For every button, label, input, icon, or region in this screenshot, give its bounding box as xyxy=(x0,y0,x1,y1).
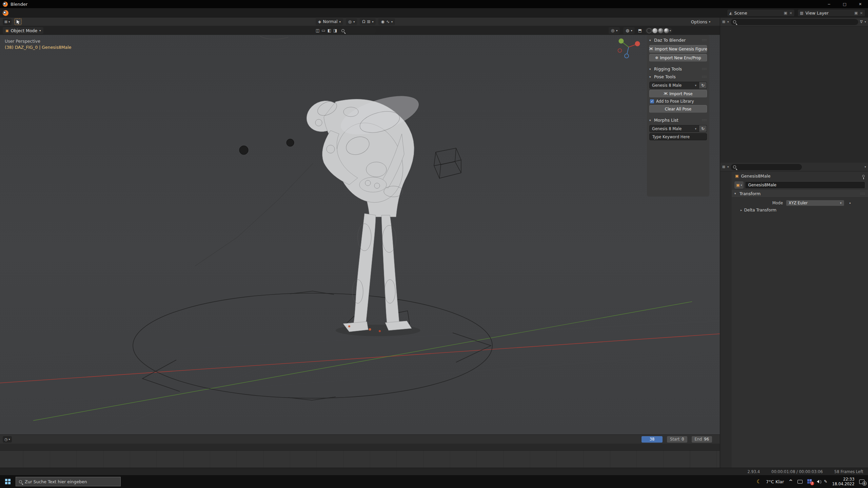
editor-type-button[interactable]: ⊞ ▾ xyxy=(3,19,12,25)
start-button[interactable] xyxy=(0,475,16,488)
wireframe-cube-object[interactable] xyxy=(434,148,461,178)
breadcrumb-object-name[interactable]: Genesis8Male xyxy=(741,174,770,179)
end-frame-field[interactable]: End96 xyxy=(692,436,712,443)
grip-icon[interactable]: :::: xyxy=(860,192,865,195)
taskbar-clock[interactable]: 22:33 18.04.2022 xyxy=(832,477,854,486)
wireframe-shading-icon[interactable] xyxy=(647,28,652,33)
timeline-editor-type-button[interactable]: ◷ ▾ xyxy=(3,436,12,443)
grip-icon[interactable]: :::: xyxy=(702,39,707,42)
delta-transform-row[interactable]: ▸ Delta Transform xyxy=(732,206,868,214)
chevron-down-icon[interactable]: ▾ xyxy=(727,165,729,168)
selectability-toggle-icon[interactable]: ▭ xyxy=(321,28,325,33)
chevron-down-icon[interactable]: ▾ xyxy=(865,20,866,23)
properties-search-field[interactable] xyxy=(731,164,802,170)
filter-toggle-icon[interactable]: ◧ xyxy=(328,28,331,33)
pin-icon[interactable] xyxy=(862,175,865,177)
volume-icon[interactable] xyxy=(817,480,819,483)
panel-header-morphs-list[interactable]: ▾ Morphs List :::: xyxy=(649,116,708,124)
timeline-ruler[interactable] xyxy=(0,444,720,451)
add-to-pose-library-checkbox[interactable]: ✓ Add to Pose Library xyxy=(650,99,706,104)
pen-icon[interactable]: ✎ xyxy=(824,479,827,484)
solid-shading-icon[interactable] xyxy=(652,28,657,33)
taskbar-search-field[interactable]: Zur Suche Text hier eingeben xyxy=(16,477,121,486)
panel-header-pose-tools[interactable]: ▾ Pose Tools :::: xyxy=(649,73,708,81)
animate-dot-icon[interactable]: • xyxy=(849,201,851,205)
editor-type-icon[interactable]: ⊞ xyxy=(722,20,725,24)
active-tool-button[interactable] xyxy=(14,18,22,25)
mode-dropdown[interactable]: ▣ Object Mode ▾ xyxy=(3,27,43,34)
window-controls: ─□✕ xyxy=(821,0,868,8)
xray-toggle-icon[interactable]: ⬒ xyxy=(638,28,642,33)
updates-tray-icon[interactable]: 2 xyxy=(807,479,812,484)
remove-view-layer-icon[interactable]: × xyxy=(860,11,863,15)
scene-sphere-object[interactable] xyxy=(239,146,248,155)
import-genesis-figure-button[interactable]: Ж Import New Genesis Figure xyxy=(649,45,707,53)
refresh-morphs-button[interactable]: ↻ xyxy=(699,125,707,132)
pivot-point-dropdown[interactable]: ◎ ▾ xyxy=(346,18,357,25)
gizmo-dropdown[interactable]: ◎▾ xyxy=(609,27,620,34)
rotation-mode-dropdown[interactable]: XYZ Euler ▾ xyxy=(786,200,844,206)
morph-keyword-input[interactable]: Type Keyword Here xyxy=(649,133,707,140)
options-button[interactable]: Options ▾ xyxy=(691,19,710,24)
grip-icon[interactable]: :::: xyxy=(702,75,707,78)
clear-all-pose-button[interactable]: Clear All Pose xyxy=(649,105,707,113)
view-layer-selector[interactable]: ▥ View Layer ▣ × xyxy=(797,9,865,17)
magnet-icon: Ω xyxy=(362,19,365,24)
scene-viewlayer-group: ◭ Scene ▣ × ▥ View Layer ▣ × xyxy=(727,9,865,17)
maximize-button[interactable]: □ xyxy=(837,0,852,8)
chevron-down-icon[interactable]: ▾ xyxy=(865,165,866,168)
scene-name: Scene xyxy=(734,11,782,16)
genesis8male-figure[interactable] xyxy=(301,88,423,332)
navigation-gizmo[interactable] xyxy=(616,35,641,59)
object-id-dropdown[interactable]: ▣ ▾ xyxy=(734,181,744,189)
grip-icon[interactable]: :::: xyxy=(702,119,707,122)
scene-sphere-object[interactable] xyxy=(287,139,294,146)
object-icon: ▣ xyxy=(735,174,738,178)
visibility-toggle-icon[interactable]: ◫ xyxy=(316,28,319,33)
panel-title: Daz To Blender xyxy=(654,38,686,43)
figure-icon: Ж xyxy=(649,47,653,51)
snapping-dropdown[interactable]: Ω ⊞ ▾ xyxy=(360,18,376,25)
transform-orientation-dropdown[interactable]: ◈ Normal ▾ xyxy=(316,18,343,25)
weather-moon-icon[interactable]: ☾ xyxy=(756,479,761,485)
timecode: 00:00:01:08 / 00:00:03:06 xyxy=(771,469,823,474)
timeline-tracks[interactable]: ▸ xyxy=(0,451,720,468)
overlays-dropdown[interactable]: ◍▾ xyxy=(623,27,635,34)
panel-header-rigging-tools[interactable]: ▾ Rigging Tools :::: xyxy=(649,65,708,73)
chevron-down-icon: ▾ xyxy=(649,75,652,79)
blender-menu-icon[interactable] xyxy=(3,10,8,16)
display-tray-icon[interactable] xyxy=(797,480,803,484)
object-name-field[interactable]: Genesis8Male xyxy=(745,181,865,189)
chevron-down-icon[interactable]: ▾ xyxy=(727,20,729,23)
proportional-editing-dropdown[interactable]: ◉ ∿ ▾ xyxy=(378,18,395,25)
notification-center-icon[interactable]: 6 xyxy=(859,480,865,484)
import-env-prop-button[interactable]: ⊕ Import New Env/Prop xyxy=(649,54,707,62)
panel-header-daz[interactable]: ▾ Daz To Blender :::: xyxy=(649,36,708,44)
new-scene-icon[interactable]: ▣ xyxy=(784,11,787,15)
transform-panel-header[interactable]: ▾ Transform :::: xyxy=(732,190,868,198)
collection-toggle-icon[interactable]: ◨ xyxy=(333,28,337,33)
start-frame-field[interactable]: Start0 xyxy=(667,436,687,443)
material-shading-icon[interactable] xyxy=(658,28,663,33)
close-button[interactable]: ✕ xyxy=(852,0,868,8)
new-view-layer-icon[interactable]: ▣ xyxy=(854,11,857,15)
minimize-button[interactable]: ─ xyxy=(821,0,837,8)
rendered-shading-icon[interactable] xyxy=(664,28,669,33)
morphs-figure-select[interactable]: Genesis 8 Male ▾ xyxy=(649,125,699,132)
viewport-header: ▣ Object Mode ▾ ◫ ▭ ◧ ◨ ◎▾ ◍▾ ⬒ ▾ xyxy=(0,26,720,35)
grip-icon[interactable]: :::: xyxy=(702,67,707,70)
viewport-search-field[interactable] xyxy=(339,27,376,34)
editor-type-icon[interactable]: ⊞ xyxy=(722,165,725,169)
viewport-3d[interactable]: ▣ Object Mode ▾ ◫ ▭ ◧ ◨ ◎▾ ◍▾ ⬒ ▾ Use xyxy=(0,26,720,434)
import-pose-button[interactable]: Ж Import Pose xyxy=(649,90,707,98)
tray-expand-icon[interactable]: ^ xyxy=(789,479,793,484)
outliner-search-field[interactable] xyxy=(731,19,858,25)
weather-label[interactable]: 7°C Klar xyxy=(766,479,784,484)
chevron-down-icon[interactable]: ▾ xyxy=(670,29,671,32)
pose-figure-select[interactable]: Genesis 8 Male ▾ xyxy=(649,82,699,89)
unlink-scene-icon[interactable]: × xyxy=(789,11,792,15)
scene-selector[interactable]: ◭ Scene ▣ × xyxy=(727,9,795,17)
current-frame-field[interactable]: 38 xyxy=(642,436,663,443)
filter-funnel-icon[interactable]: ∇ xyxy=(860,20,863,24)
refresh-figure-button[interactable]: ↻ xyxy=(699,82,707,89)
